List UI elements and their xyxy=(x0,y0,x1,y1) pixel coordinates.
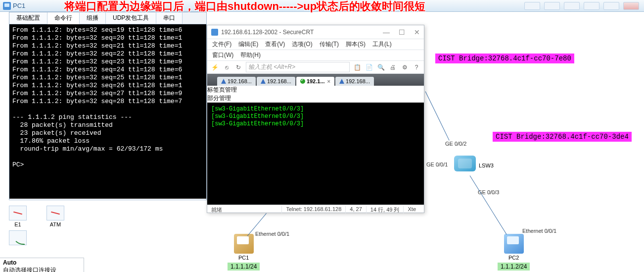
terminal-content: From 1.1.1.2: bytes=32 seq=19 ttl=128 ti… xyxy=(12,26,182,168)
warn-icon xyxy=(261,79,266,84)
annotation-text: 将端口配置为边缘端口后，端口由shutdown----->up状态后的收敛时间很… xyxy=(64,0,425,14)
node-label-pc1: PC1 xyxy=(228,255,260,261)
e1-icon xyxy=(9,206,27,220)
node-pc2[interactable]: PC2 1.1.1.2/24 xyxy=(498,234,530,271)
securecrt-titlebar[interactable]: 192.168.61.128-2002 - SecureCRT — ☐ ✕ xyxy=(207,25,424,39)
session-tab-2[interactable]: 192.168... xyxy=(257,77,295,86)
pc1-terminal[interactable]: From 1.1.1.2: bytes=32 seq=19 ttl=128 ti… xyxy=(9,24,206,199)
status-ready: 就绪 xyxy=(211,206,222,214)
palette-label-atm: ATM xyxy=(46,221,64,227)
palette-e1[interactable]: E1 xyxy=(9,206,27,227)
securecrt-statusbar: 就绪 Telnet: 192.168.61.128 4, 27 14 行, 49… xyxy=(207,205,424,215)
atm-icon xyxy=(46,206,64,220)
ip-badge-pc1: 1.1.1.1/24 xyxy=(228,263,260,271)
connect-icon[interactable]: ⚡ xyxy=(210,63,219,72)
pc-icon xyxy=(234,234,254,254)
switch-icon xyxy=(454,156,476,174)
securecrt-session-tabs: 192.168... 192.168... 192.1...× 192.168.… xyxy=(207,74,424,86)
auto-title: Auto xyxy=(3,259,16,266)
huawei-logo-icon xyxy=(623,2,639,10)
tool-icon[interactable] xyxy=(544,2,560,10)
switch-lsw3[interactable]: LSW3 xyxy=(454,156,476,174)
switch-label: LSW3 xyxy=(479,163,494,168)
tab-close-icon[interactable]: × xyxy=(327,78,330,84)
link-line xyxy=(470,175,507,234)
disconnect-icon[interactable]: ⎋ xyxy=(222,63,231,72)
menu-file[interactable]: 文件(F) xyxy=(212,40,231,49)
port-label-ge002: GE 0/0/2 xyxy=(445,141,466,147)
palette-label-e1: E1 xyxy=(9,221,27,227)
tab-multicast[interactable]: 组播 xyxy=(80,12,106,24)
maximize-button[interactable]: ☐ xyxy=(399,28,405,36)
node-pc1[interactable]: PC1 1.1.1.1/24 xyxy=(228,234,260,271)
tab-basic-config[interactable]: 基础配置 xyxy=(9,12,47,24)
cist-bridge-label-1: CIST Bridge:32768.4c1f-cc70-7e80 xyxy=(435,54,574,63)
copy-icon[interactable]: 📋 xyxy=(353,63,362,72)
print-icon[interactable]: 🖨 xyxy=(388,63,397,72)
securecrt-window: 192.168.61.128-2002 - SecureCRT — ☐ ✕ 文件… xyxy=(207,25,424,213)
tool-icon[interactable] xyxy=(603,2,619,10)
reconnect-icon[interactable]: ↻ xyxy=(234,63,243,72)
pc-icon xyxy=(504,234,524,254)
securecrt-toolbar: ⚡ ⎋ ↻ 输入主机 <Alt+R> 📋 📄 🔍 🖨 ⚙ ? xyxy=(207,61,424,74)
host-input[interactable]: 输入主机 <Alt+R> xyxy=(246,62,350,72)
tab-udp-tool[interactable]: UDP发包工具 xyxy=(106,12,156,24)
auto-desc: 自动选择接口连接设 xyxy=(3,267,56,272)
minimize-button[interactable]: — xyxy=(383,28,390,36)
port-label-eth-pc1: Ethernet 0/0/1 xyxy=(255,231,289,237)
link-line xyxy=(425,91,450,140)
tab-serial[interactable]: 串口 xyxy=(156,12,183,24)
warn-icon xyxy=(339,79,344,84)
terminal-content: [sw3-GigabitEthernet0/0/3] [sw3-GigabitE… xyxy=(211,106,304,127)
paste-icon[interactable]: 📄 xyxy=(365,63,373,72)
securecrt-menubar: 文件(F) 编辑(E) 查看(V) 选项(O) 传输(T) 脚本(S) 工具(L… xyxy=(207,39,424,50)
vertical-tab-2[interactable]: 部分管理 xyxy=(207,94,424,103)
menu-edit[interactable]: 编辑(E) xyxy=(238,40,258,49)
pc-icon xyxy=(3,2,11,10)
session-tab-4[interactable]: 192.168... xyxy=(335,77,374,86)
port-label-eth-pc2: Ethernet 0/0/1 xyxy=(522,228,556,234)
menu-view[interactable]: 查看(V) xyxy=(265,40,285,49)
toolbar-right-icons xyxy=(524,2,639,10)
tool-icon[interactable] xyxy=(524,2,540,10)
help-icon[interactable]: ? xyxy=(412,63,421,72)
securecrt-icon xyxy=(211,29,218,36)
pc1-title-text: PC1 xyxy=(13,2,25,9)
close-button[interactable]: ✕ xyxy=(414,28,420,36)
vertical-tab-1[interactable]: 标签页管理 xyxy=(207,86,424,94)
tool-icon[interactable] xyxy=(564,2,580,10)
palette-cable[interactable] xyxy=(9,230,27,246)
tool-icon[interactable] xyxy=(584,2,599,10)
status-encoding: Xte xyxy=(403,206,420,214)
session-tab-1[interactable]: 192.168... xyxy=(217,77,256,86)
check-icon xyxy=(300,79,305,84)
securecrt-terminal[interactable]: [sw3-GigabitEthernet0/0/3] [sw3-GigabitE… xyxy=(207,103,424,205)
palette-atm[interactable]: ATM xyxy=(46,206,64,227)
port-label-ge001: GE 0/0/1 xyxy=(426,162,448,167)
ip-badge-pc2: 1.1.1.2/24 xyxy=(498,263,530,271)
node-label-pc2: PC2 xyxy=(498,255,530,261)
warn-icon xyxy=(221,79,226,84)
status-pos1: 4, 27 xyxy=(345,206,366,214)
menu-tools[interactable]: 工具(L) xyxy=(372,40,392,49)
cable-icon xyxy=(9,230,27,245)
menu-window[interactable]: 窗口(W) xyxy=(212,51,233,59)
pc1-window: 基础配置 命令行 组播 UDP发包工具 串口 From 1.1.1.2: byt… xyxy=(9,12,207,200)
find-icon[interactable]: 🔍 xyxy=(376,63,385,72)
pc1-tabs: 基础配置 命令行 组播 UDP发包工具 串口 xyxy=(9,12,206,24)
status-pos2: 14 行, 49 列 xyxy=(366,206,404,214)
menu-script[interactable]: 脚本(S) xyxy=(346,40,366,49)
settings-icon[interactable]: ⚙ xyxy=(400,63,409,72)
status-connection: Telnet: 192.168.61.128 xyxy=(281,206,345,214)
tab-cmdline[interactable]: 命令行 xyxy=(47,12,80,24)
cist-bridge-label-2: CIST Bridge:32768.4c1f-cc70-3de4 xyxy=(493,132,632,142)
auto-panel: Auto 自动选择接口连接设 xyxy=(0,258,84,272)
palette: E1 ATM xyxy=(9,206,83,249)
menu-transfer[interactable]: 传输(T) xyxy=(320,40,339,49)
menu-options[interactable]: 选项(O) xyxy=(292,40,312,49)
menu-help[interactable]: 帮助(H) xyxy=(240,51,261,59)
securecrt-title-text: 192.168.61.128-2002 - SecureCRT xyxy=(221,29,314,36)
securecrt-menubar2: 窗口(W) 帮助(H) xyxy=(207,50,424,61)
session-tab-3[interactable]: 192.1...× xyxy=(296,77,334,86)
